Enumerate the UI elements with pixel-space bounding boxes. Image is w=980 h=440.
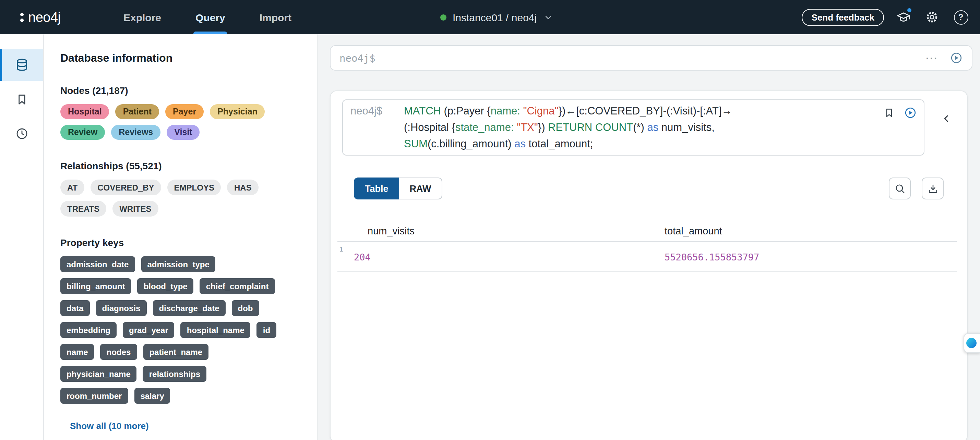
query-bar-controls: ⋯: [925, 51, 963, 64]
left-rail: [0, 34, 44, 440]
nav-tab-explore[interactable]: Explore: [123, 0, 161, 34]
property-key-room_number[interactable]: room_number: [60, 388, 128, 403]
download-results-button[interactable]: [922, 178, 943, 199]
search-icon: [894, 183, 905, 194]
code-line: MATCH (p:Payer {name: "Cigna"})←[c:COVER…: [404, 103, 732, 119]
node-label-list: HospitalPatientPayerPhysicianReviewRevie…: [60, 104, 301, 140]
active-tab-indicator: [193, 32, 228, 34]
rerun-query-button[interactable]: [904, 106, 917, 119]
collapse-frame-button[interactable]: [941, 113, 952, 124]
database-info-panel: Database information Nodes (21,187) Hosp…: [44, 34, 318, 440]
neo4j-logo-mark: [18, 8, 27, 27]
rail-item-history[interactable]: [0, 118, 43, 149]
show-all-link[interactable]: Show all (10 more): [70, 421, 149, 431]
pill-row: datadiagnosisdischarge_datedob: [60, 300, 301, 316]
rail-item-database[interactable]: [0, 49, 43, 81]
save-bookmark-button[interactable]: [883, 107, 895, 119]
property-key-physician_name[interactable]: physician_name: [60, 366, 137, 382]
nav-tab-import[interactable]: Import: [259, 0, 291, 34]
search-results-button[interactable]: [889, 178, 911, 199]
relationship-type-employs[interactable]: EMPLOYS: [167, 179, 221, 195]
cypher-editor[interactable]: neo4j$ MATCH (p:Payer {name: "Cigna"})←[…: [342, 99, 924, 156]
node-label-visit[interactable]: Visit: [167, 125, 200, 140]
property-key-name[interactable]: name: [60, 344, 94, 360]
assistant-widget-button[interactable]: [964, 333, 980, 353]
property-key-embedding[interactable]: embedding: [60, 322, 116, 338]
pill-row: namenodespatient_name: [60, 344, 301, 360]
neo4j-logo[interactable]: neo4j: [18, 8, 61, 27]
property-key-list: admission_dateadmission_typebilling_amou…: [60, 256, 301, 403]
property-key-dob[interactable]: dob: [232, 300, 259, 316]
bookmark-icon: [15, 92, 29, 106]
node-label-payer[interactable]: Payer: [165, 104, 204, 119]
property-key-data[interactable]: data: [60, 300, 89, 316]
cell-value: 5520656.155853797: [653, 251, 957, 262]
property-key-relationships[interactable]: relationships: [143, 366, 207, 382]
nav-right-controls: Send feedback ?: [802, 0, 970, 34]
play-icon: [904, 106, 917, 119]
nav-tab-query[interactable]: Query: [196, 0, 225, 34]
relationship-type-covered_by[interactable]: COVERED_BY: [91, 179, 161, 195]
query-input-bar[interactable]: neo4j$ ⋯: [330, 45, 972, 71]
property-key-admission_type[interactable]: admission_type: [141, 256, 215, 272]
neo4j-workspace: neo4j ExploreQueryImport Instance01 / ne…: [0, 0, 980, 440]
ellipsis-icon[interactable]: ⋯: [925, 52, 937, 64]
result-table-head: num_visitstotal_amount: [337, 220, 957, 242]
code-line: SUM(c.billing_amount) as total_amount;: [404, 136, 732, 152]
property-key-discharge_date[interactable]: discharge_date: [153, 300, 225, 316]
property-key-patient_name[interactable]: patient_name: [143, 344, 208, 360]
result-table-body: 12045520656.155853797: [337, 242, 957, 272]
frame-prompt: neo4j$: [343, 103, 404, 119]
property-key-blood_type[interactable]: blood_type: [137, 278, 194, 294]
property-key-grad_year[interactable]: grad_year: [123, 322, 175, 338]
learning-menu-button[interactable]: [894, 8, 913, 27]
property-key-chief_complaint[interactable]: chief_complaint: [200, 278, 275, 294]
column-header-total_amount: total_amount: [653, 225, 957, 236]
relationship-type-treats[interactable]: TREATS: [60, 201, 106, 216]
view-toggle: TableRAW: [354, 178, 442, 199]
property-key-hospital_name[interactable]: hospital_name: [181, 322, 251, 338]
node-label-patient[interactable]: Patient: [116, 104, 159, 119]
pill-row: room_numbersalary: [60, 388, 301, 403]
instance-label: Instance01 / neo4j: [453, 11, 537, 23]
table-row: 12045520656.155853797: [337, 242, 957, 272]
relationship-type-writes[interactable]: WRITES: [113, 201, 158, 216]
frame-tools: [889, 178, 943, 199]
view-tab-raw[interactable]: RAW: [399, 178, 442, 199]
relationship-type-at[interactable]: AT: [60, 179, 84, 195]
chevron-down-icon: [543, 12, 553, 22]
node-label-hospital[interactable]: Hospital: [60, 104, 110, 119]
connection-status-dot: [440, 14, 447, 20]
send-feedback-button[interactable]: Send feedback: [802, 9, 884, 26]
play-icon: [950, 51, 963, 64]
pill-row: ATCOVERED_BYEMPLOYSHAS: [60, 179, 301, 195]
property-key-salary[interactable]: salary: [134, 388, 170, 403]
gear-icon: [925, 10, 939, 24]
settings-button[interactable]: [923, 8, 942, 27]
node-label-reviews[interactable]: Reviews: [111, 125, 161, 140]
row-index: 1: [337, 242, 354, 253]
property-key-nodes[interactable]: nodes: [100, 344, 137, 360]
assistant-widget-icon: [966, 338, 977, 348]
instance-selector[interactable]: Instance01 / neo4j: [440, 0, 553, 34]
property-key-billing_amount[interactable]: billing_amount: [60, 278, 131, 294]
panel-title: Database information: [60, 52, 301, 64]
property-key-diagnosis[interactable]: diagnosis: [95, 300, 146, 316]
database-icon: [14, 57, 29, 73]
help-button[interactable]: ?: [951, 8, 970, 27]
rail-item-saved-cypher[interactable]: [0, 84, 43, 115]
view-tab-table[interactable]: Table: [354, 178, 399, 199]
property-key-admission_date[interactable]: admission_date: [60, 256, 135, 272]
pill-row: HospitalPatientPayerPhysician: [60, 104, 301, 119]
property-key-id[interactable]: id: [257, 322, 276, 338]
node-label-review[interactable]: Review: [60, 125, 105, 140]
pill-row: ReviewReviewsVisit: [60, 125, 301, 140]
history-icon: [15, 127, 29, 140]
pill-row: embeddinggrad_yearhospital_nameid: [60, 322, 301, 338]
cell-value: 204: [354, 251, 653, 262]
pill-row: admission_dateadmission_type: [60, 256, 301, 272]
relationship-type-has[interactable]: HAS: [228, 179, 259, 195]
run-query-button[interactable]: [950, 51, 963, 64]
node-label-physician[interactable]: Physician: [210, 104, 265, 119]
result-frame: neo4j$ MATCH (p:Payer {name: "Cigna"})←[…: [330, 91, 968, 440]
